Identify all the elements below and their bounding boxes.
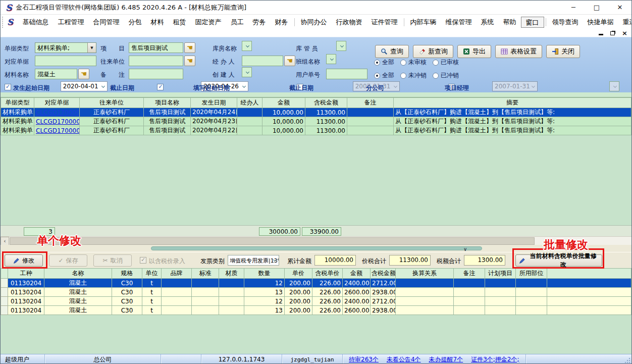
menu-item-领导查询[interactable]: 领导查询 bbox=[548, 17, 583, 28]
table-row[interactable]: 材料采购单CLCGD170000215正泰砂石料厂售后项目测试2020年04月2… bbox=[1, 126, 631, 135]
menu-item-行政物资[interactable]: 行政物资 bbox=[332, 17, 367, 28]
column-header-单据类型[interactable]: 单据类型 bbox=[1, 98, 34, 108]
column-header-备注[interactable]: 备注 bbox=[454, 269, 485, 279]
doc-link[interactable]: CLCGD170000213 bbox=[36, 109, 80, 116]
radio-option-已冲销[interactable]: 已冲销 bbox=[433, 70, 459, 81]
menu-item-基础信息[interactable]: 基础信息 bbox=[18, 17, 54, 28]
status-link-证件3个;押金2个;[interactable]: 证件3个;押金2个; bbox=[467, 355, 523, 364]
resize-grip[interactable] bbox=[624, 357, 630, 363]
menu-item-固定资产[interactable]: 固定资产 bbox=[191, 17, 226, 28]
column-header-所用部位[interactable]: 所用部位 bbox=[516, 269, 547, 279]
column-header-对应单据[interactable]: 对应单据 bbox=[34, 98, 80, 108]
remark-input[interactable] bbox=[129, 69, 183, 79]
table-row[interactable]: 01130204混凝土C30t13200.00226.002600.002938… bbox=[1, 306, 631, 315]
radio-option-全部[interactable]: 全部 bbox=[374, 70, 394, 81]
menu-item-材料[interactable]: 材料 bbox=[146, 17, 169, 28]
warehouse-combobox[interactable] bbox=[242, 41, 252, 51]
occur-end-date-checkbox[interactable] bbox=[157, 84, 164, 90]
toolbar-grip[interactable] bbox=[2, 17, 3, 28]
table-row[interactable]: 01130204混凝土C30t13200.00226.002600.002938… bbox=[1, 288, 631, 297]
menu-item-财务[interactable]: 财务 bbox=[271, 17, 293, 28]
column-header-品牌[interactable]: 品牌 bbox=[162, 269, 192, 279]
menu-item-租赁[interactable]: 租赁 bbox=[169, 17, 191, 28]
menu-item-窗口[interactable]: 窗口 bbox=[521, 17, 544, 28]
counterparty-lookup-hand-icon[interactable]: ☚ bbox=[184, 56, 195, 66]
column-header-单位[interactable]: 单位 bbox=[142, 269, 162, 279]
table-row[interactable]: 材料采购单CLCGD170000214正泰砂石料厂售后项目测试2020年04月2… bbox=[1, 117, 631, 126]
radio-option-全部[interactable]: 全部 bbox=[374, 57, 394, 68]
column-header-名称[interactable]: 名称 bbox=[44, 269, 112, 279]
status-link-未办提醒7个[interactable]: 未办提醒7个 bbox=[425, 355, 467, 364]
column-header-含税金额[interactable]: 含税金额 bbox=[305, 98, 347, 108]
menu-item-分包[interactable]: 分包 bbox=[124, 17, 146, 28]
column-header-发生日期[interactable]: 发生日期 bbox=[191, 98, 237, 108]
handler-lookup-hand-icon[interactable]: ☚ bbox=[284, 56, 295, 66]
column-header-项目名称[interactable]: 项目名称 bbox=[144, 98, 191, 108]
user-doc-no-input[interactable] bbox=[326, 69, 367, 79]
doc-link[interactable]: CLCGD170000214 bbox=[36, 118, 80, 125]
mdi-close-icon[interactable]: × bbox=[622, 30, 627, 36]
doc-link[interactable]: CLCGD170000215 bbox=[36, 127, 80, 134]
column-header-含税单价[interactable]: 含税单价 bbox=[312, 269, 343, 279]
menu-item-快捷单据[interactable]: 快捷单据 bbox=[583, 17, 618, 28]
project-input[interactable]: 售后项目测试 bbox=[129, 42, 183, 53]
column-header-计划项目[interactable]: 计划项目 bbox=[485, 269, 516, 279]
column-header-单价[interactable]: 单价 bbox=[285, 269, 312, 279]
menu-item-维保管理[interactable]: 维保管理 bbox=[441, 17, 477, 28]
material-lookup-hand-icon[interactable]: ☚ bbox=[78, 69, 89, 79]
scrollbar-thumb[interactable] bbox=[10, 237, 535, 245]
column-header-换算关系[interactable]: 换算关系 bbox=[396, 269, 454, 279]
doc-type-combobox[interactable]: 材料采购单; ▼ bbox=[35, 42, 96, 53]
chevron-down-icon[interactable]: ▼ bbox=[87, 43, 96, 53]
menu-item-劳务[interactable]: 劳务 bbox=[248, 17, 271, 28]
menu-item-合同管理[interactable]: 合同管理 bbox=[89, 17, 124, 28]
mdi-minimize-icon[interactable] bbox=[599, 34, 603, 35]
material-name-input[interactable]: 混凝土 bbox=[35, 69, 77, 79]
scroll-left-arrow-icon[interactable]: ‹ bbox=[1, 237, 9, 245]
creator-combobox[interactable] bbox=[242, 67, 252, 77]
menu-item-员工[interactable]: 员工 bbox=[226, 17, 248, 28]
splitter-bar[interactable]: ∨ bbox=[151, 246, 482, 250]
mdi-restore-icon[interactable] bbox=[610, 31, 615, 35]
column-header-往来单位[interactable]: 往来单位 bbox=[80, 98, 144, 108]
column-header-标准[interactable]: 标准 bbox=[192, 269, 219, 279]
project-lookup-hand-icon[interactable]: ☚ bbox=[184, 42, 195, 53]
column-header-含税金额[interactable]: 含税金额 bbox=[371, 269, 396, 279]
menu-item-证件管理[interactable]: 证件管理 bbox=[367, 17, 402, 28]
status-link-未看公告4个[interactable]: 未看公告4个 bbox=[383, 355, 425, 364]
menu-item-内部车辆[interactable]: 内部车辆 bbox=[406, 17, 441, 28]
column-header-工种[interactable]: 工种 bbox=[8, 269, 44, 279]
radio-option-未审核[interactable]: 未审核 bbox=[400, 57, 427, 68]
maximize-icon[interactable]: □ bbox=[585, 1, 608, 14]
close-icon[interactable]: ✕ bbox=[608, 1, 631, 14]
table-row[interactable]: 01130204混凝土C30t12200.00226.002400.002712… bbox=[1, 279, 631, 288]
menu-item-协同办公[interactable]: 协同办公 bbox=[296, 17, 332, 28]
radio-option-未冲销[interactable]: 未冲销 bbox=[400, 70, 427, 81]
column-header-摘要[interactable]: 摘要 bbox=[394, 98, 631, 108]
table-row[interactable]: 01130204混凝土C30t12200.00226.002400.002712… bbox=[1, 297, 631, 306]
ref-doc-input[interactable] bbox=[35, 56, 96, 66]
column-header-金额[interactable]: 金额 bbox=[343, 269, 371, 279]
column-header-经办人[interactable]: 经办人 bbox=[237, 98, 262, 108]
counterparty-input[interactable] bbox=[129, 56, 183, 66]
invoice-type-combobox[interactable]: 增值税专用发票|13% bbox=[228, 255, 279, 266]
handler-input[interactable] bbox=[242, 56, 283, 66]
column-header-金额[interactable]: 金额 bbox=[262, 98, 305, 108]
menu-item-帮助[interactable]: 帮助 bbox=[499, 17, 521, 28]
occur-start-date-checkbox[interactable] bbox=[5, 84, 11, 90]
column-header-规格[interactable]: 规格 bbox=[112, 269, 142, 279]
menu-item-系统[interactable]: 系统 bbox=[477, 17, 499, 28]
horizontal-scrollbar[interactable]: ‹ bbox=[1, 236, 631, 245]
warehouse-keeper-combobox[interactable] bbox=[336, 41, 346, 51]
minimize-icon[interactable]: ─ bbox=[562, 1, 585, 14]
menu-item-工程管理[interactable]: 工程管理 bbox=[54, 17, 89, 28]
column-header-数量[interactable]: 数量 bbox=[244, 269, 285, 279]
menu-item-重连网络[interactable]: 重连网络 bbox=[618, 17, 632, 28]
occur-start-date-picker[interactable]: 2020-04-01 bbox=[61, 81, 108, 91]
column-header-备注[interactable]: 备注 bbox=[347, 98, 394, 108]
column-header-材质[interactable]: 材质 bbox=[219, 269, 244, 279]
team-name-combobox[interactable] bbox=[326, 54, 336, 64]
status-link-待审263个[interactable]: 待审263个 bbox=[345, 355, 383, 364]
table-row[interactable]: 材料采购单CLCGD170000213正泰砂石料厂售后项目测试2020年04月2… bbox=[1, 108, 631, 117]
radio-option-已审核[interactable]: 已审核 bbox=[433, 57, 459, 68]
